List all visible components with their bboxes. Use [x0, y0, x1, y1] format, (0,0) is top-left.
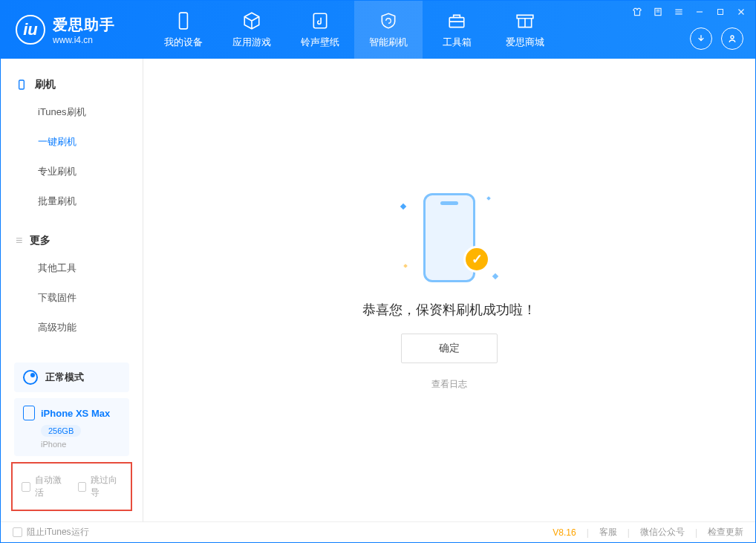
toolbox-icon [446, 10, 467, 31]
section-title: 刷机 [35, 78, 56, 91]
option-label: 跳过向导 [91, 474, 122, 499]
svg-rect-0 [180, 13, 188, 29]
mode-icon [23, 370, 38, 385]
body: 刷机 iTunes刷机 一键刷机 专业刷机 批量刷机 ≡ 更多 其他工具 下载固… [1, 59, 755, 521]
sidebar-section-flash: 刷机 [1, 72, 143, 97]
separator: | [695, 527, 697, 538]
cube-icon [241, 10, 262, 31]
sparkle-icon [486, 196, 491, 201]
checkbox-icon [22, 482, 30, 492]
tab-label: 智能刷机 [369, 36, 408, 49]
footer-right: V8.16 | 客服 | 微信公众号 | 检查更新 [553, 526, 743, 539]
tab-my-device[interactable]: 我的设备 [149, 1, 218, 59]
svg-rect-4 [718, 10, 723, 15]
sidebar-item-download-firmware[interactable]: 下载固件 [1, 283, 143, 313]
footer-link-update[interactable]: 检查更新 [708, 526, 743, 539]
sidebar: 刷机 iTunes刷机 一键刷机 专业刷机 批量刷机 ≡ 更多 其他工具 下载固… [1, 59, 143, 521]
tab-smart-flash[interactable]: 智能刷机 [354, 1, 423, 59]
device-type: iPhone [41, 440, 120, 449]
note-icon[interactable] [653, 7, 663, 17]
header-right-actions [690, 27, 743, 50]
app-title: 爱思助手 [53, 15, 115, 35]
list-icon: ≡ [16, 234, 22, 247]
sidebar-item-batch-flash[interactable]: 批量刷机 [1, 186, 143, 216]
user-icon[interactable] [721, 27, 743, 50]
sidebar-item-itunes-flash[interactable]: iTunes刷机 [1, 97, 143, 127]
tab-store[interactable]: 爱思商城 [491, 1, 559, 59]
tab-toolbox[interactable]: 工具箱 [423, 1, 491, 59]
tab-label: 我的设备 [164, 36, 203, 49]
tab-label: 应用游戏 [232, 36, 271, 49]
main-content: ✓ 恭喜您，保资料刷机成功啦！ 确定 查看日志 [143, 59, 755, 521]
download-icon[interactable] [690, 27, 712, 50]
check-badge-icon: ✓ [463, 246, 490, 273]
store-icon [515, 10, 535, 31]
sparkle-icon [400, 204, 406, 209]
separator: | [628, 527, 630, 538]
version-label: V8.16 [553, 527, 576, 538]
mode-label: 正常模式 [45, 371, 84, 384]
svg-rect-6 [19, 80, 25, 89]
checkbox-icon [78, 482, 87, 492]
mode-card[interactable]: 正常模式 [14, 362, 129, 392]
close-button[interactable] [736, 7, 746, 17]
separator: | [587, 527, 589, 538]
view-log-link[interactable]: 查看日志 [431, 378, 467, 391]
success-illustration: ✓ [401, 189, 498, 286]
logo-text: 爱思助手 www.i4.cn [53, 15, 115, 45]
tab-apps-games[interactable]: 应用游戏 [218, 1, 286, 59]
device-icon [173, 10, 194, 31]
sidebar-item-advanced[interactable]: 高级功能 [1, 313, 143, 342]
sidebar-bottom: 正常模式 iPhone XS Max 256GB iPhone 自动激活 跳过向… [1, 349, 143, 521]
tab-label: 工具箱 [443, 36, 472, 49]
device-row: iPhone XS Max [23, 406, 120, 420]
checkbox-icon [13, 527, 22, 537]
sidebar-item-other-tools[interactable]: 其他工具 [1, 253, 143, 283]
header: iu 爱思助手 www.i4.cn 我的设备 应用游戏 铃声壁纸 智能刷机 工具… [1, 1, 755, 59]
nav-tabs: 我的设备 应用游戏 铃声壁纸 智能刷机 工具箱 爱思商城 [149, 1, 559, 59]
window-controls [632, 7, 746, 17]
bottom-options-highlighted: 自动激活 跳过向导 [11, 462, 132, 511]
footer-link-support[interactable]: 客服 [599, 526, 617, 539]
section-title: 更多 [30, 234, 50, 247]
footer-left: 阻止iTunes运行 [13, 526, 89, 539]
option-label: 阻止iTunes运行 [27, 526, 89, 539]
tab-label: 爱思商城 [506, 36, 544, 49]
tab-ringtone-wallpaper[interactable]: 铃声壁纸 [286, 1, 354, 59]
device-name: iPhone XS Max [41, 408, 110, 419]
footer-link-wechat[interactable]: 微信公众号 [640, 526, 685, 539]
svg-point-5 [731, 36, 734, 39]
option-block-itunes[interactable]: 阻止iTunes运行 [13, 526, 89, 539]
confirm-button[interactable]: 确定 [401, 334, 498, 363]
logo-area: iu 爱思助手 www.i4.cn [1, 15, 149, 45]
device-storage-badge: 256GB [41, 425, 81, 437]
tab-label: 铃声壁纸 [301, 36, 339, 49]
option-label: 自动激活 [35, 474, 66, 499]
success-message: 恭喜您，保资料刷机成功啦！ [362, 301, 536, 319]
option-skip-guide[interactable]: 跳过向导 [78, 474, 123, 499]
shirt-icon[interactable] [632, 7, 642, 17]
music-icon [310, 10, 330, 31]
maximize-button[interactable] [715, 7, 726, 17]
sidebar-section-more: ≡ 更多 [1, 228, 143, 253]
footer: 阻止iTunes运行 V8.16 | 客服 | 微信公众号 | 检查更新 [1, 521, 755, 542]
refresh-shield-icon [378, 10, 399, 31]
device-card[interactable]: iPhone XS Max 256GB iPhone [14, 398, 129, 456]
sidebar-item-oneclick-flash[interactable]: 一键刷机 [1, 127, 143, 157]
app-logo-icon: iu [16, 15, 45, 45]
sparkle-icon [403, 264, 408, 268]
option-auto-activate[interactable]: 自动激活 [22, 474, 66, 499]
svg-rect-2 [449, 18, 464, 27]
menu-icon[interactable] [674, 7, 684, 17]
sidebar-item-pro-flash[interactable]: 专业刷机 [1, 157, 143, 186]
sparkle-icon [492, 273, 498, 279]
svg-rect-1 [313, 13, 326, 28]
device-phone-icon [23, 406, 35, 420]
minimize-button[interactable] [694, 7, 705, 17]
phone-icon [16, 79, 27, 91]
app-url: www.i4.cn [53, 35, 115, 45]
